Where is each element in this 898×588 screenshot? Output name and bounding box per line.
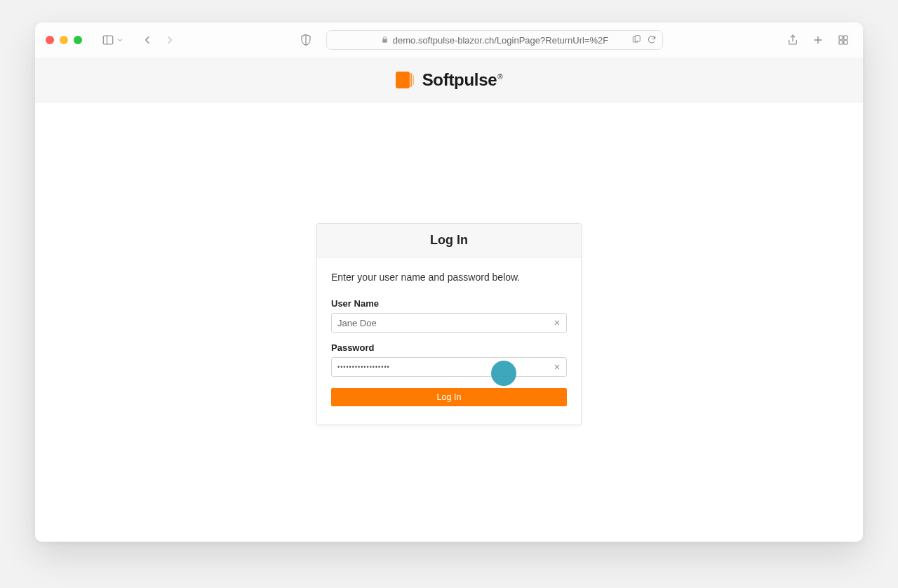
url-text: demo.softpulse-blazor.ch/LoginPage?Retur… <box>393 35 608 46</box>
svg-rect-10 <box>844 41 847 44</box>
tabs-overview-icon[interactable] <box>837 34 850 46</box>
svg-rect-9 <box>839 41 843 44</box>
privacy-shield-icon[interactable] <box>300 34 312 46</box>
login-title: Log In <box>317 224 581 258</box>
svg-rect-8 <box>844 36 847 39</box>
password-input[interactable] <box>331 357 567 377</box>
password-label: Password <box>331 342 567 353</box>
new-tab-icon[interactable] <box>812 34 824 46</box>
login-instruction: Enter your user name and password below. <box>331 272 567 283</box>
brand-name: Softpulse® <box>422 70 503 90</box>
forward-button[interactable] <box>163 34 176 46</box>
lock-icon <box>381 35 389 46</box>
login-card: Log In Enter your user name and password… <box>316 223 582 425</box>
back-button[interactable] <box>141 34 154 46</box>
sidebar-icon[interactable] <box>102 34 114 46</box>
brand-logo: Softpulse® <box>396 70 503 90</box>
share-icon[interactable] <box>786 34 799 46</box>
window-maximize-button[interactable] <box>74 36 82 44</box>
window-minimize-button[interactable] <box>60 36 68 44</box>
browser-toolbar: demo.softpulse-blazor.ch/LoginPage?Retur… <box>35 22 863 58</box>
window-close-button[interactable] <box>46 36 54 44</box>
username-input[interactable] <box>331 313 567 333</box>
page-header: Softpulse® <box>35 58 863 102</box>
traffic-lights <box>46 36 82 44</box>
svg-rect-7 <box>839 36 843 39</box>
chevron-down-icon[interactable] <box>116 34 124 46</box>
svg-rect-0 <box>103 36 113 44</box>
username-label: User Name <box>331 298 567 309</box>
browser-window: demo.softpulse-blazor.ch/LoginPage?Retur… <box>35 22 863 542</box>
clear-password-icon[interactable] <box>551 361 563 373</box>
refresh-icon[interactable] <box>647 34 657 46</box>
reader-icon[interactable] <box>631 34 641 46</box>
page-content: Log In Enter your user name and password… <box>35 102 863 542</box>
address-bar[interactable]: demo.softpulse-blazor.ch/LoginPage?Retur… <box>326 30 663 50</box>
svg-rect-4 <box>635 35 640 41</box>
brand-mark-icon <box>396 71 414 89</box>
login-button[interactable]: Log In <box>331 388 567 406</box>
clear-username-icon[interactable] <box>551 317 563 328</box>
